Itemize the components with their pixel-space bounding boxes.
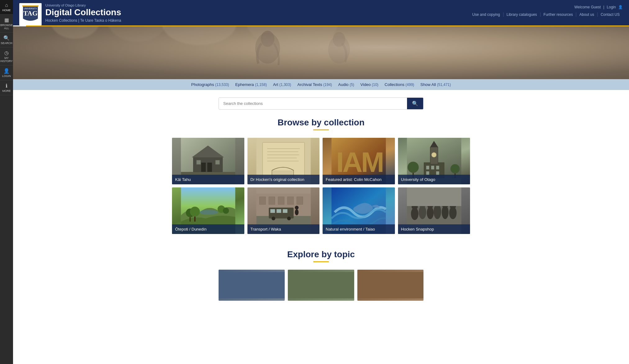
page-title: Digital Collections (45, 8, 121, 17)
explore-img-2 (288, 270, 354, 301)
svg-rect-16 (201, 163, 206, 172)
library-name: University of Otago Library (45, 3, 121, 7)
svg-rect-37 (436, 166, 439, 169)
university-logo[interactable]: OTAGO UNIVERSITY (19, 3, 42, 25)
collection-card-transport[interactable]: Transport / Waka (247, 187, 320, 234)
header-nav: Use and copying Library catalogues Furth… (469, 12, 623, 17)
svg-rect-35 (426, 166, 429, 169)
nav-further-resources[interactable]: Further resources (541, 12, 577, 17)
svg-rect-59 (287, 197, 293, 204)
svg-rect-62 (270, 209, 275, 213)
collection-card-mccahon[interactable]: IAM Featured artist: Colin McCahon (323, 138, 395, 184)
collection-card-natural[interactable]: Natural environment / Taiao (323, 187, 395, 234)
svg-rect-1 (22, 5, 38, 7)
svg-point-67 (295, 209, 298, 215)
svg-rect-60 (296, 197, 303, 204)
svg-rect-56 (259, 197, 265, 204)
separator: | (603, 5, 604, 9)
explore-card-3[interactable] (357, 270, 423, 301)
sidebar-item-browse-all[interactable]: ▦ BROWSE ALL (0, 15, 13, 33)
explore-card-2[interactable] (288, 270, 354, 301)
category-art[interactable]: Art (1,303) (273, 82, 291, 87)
collection-card-otepoti[interactable]: Ōtepoti / Dunedin (172, 187, 244, 234)
explore-card-1[interactable] (219, 270, 285, 301)
header-top-right: Welcome Guest | Login 👤 (574, 5, 623, 9)
category-bar: Photographs (13,533) Ephemera (1,158) Ar… (13, 79, 629, 90)
search-icon: 🔍 (3, 35, 10, 41)
svg-point-52 (200, 210, 218, 215)
info-icon: ℹ (6, 83, 7, 89)
svg-rect-89 (288, 272, 354, 298)
search-button[interactable]: 🔍 (407, 98, 423, 109)
sidebar-item-login[interactable]: 👤 LOGIN (0, 65, 13, 80)
sidebar: ⌂ HOME ▦ BROWSE ALL 🔍 SEARCH ◷ MY HISTOR… (0, 0, 13, 307)
browse-title: Browse by collection (13, 115, 629, 128)
sidebar-item-my-history[interactable]: ◷ MY HISTORY (0, 47, 13, 65)
nav-about-us[interactable]: About us (576, 12, 597, 17)
category-show-all[interactable]: Show All (51,471) (420, 82, 451, 87)
svg-point-47 (190, 207, 200, 217)
transport-label: Transport / Waka (247, 224, 320, 234)
svg-rect-58 (278, 197, 284, 204)
nav-contact-us[interactable]: Contact US (598, 12, 623, 17)
sidebar-item-more[interactable]: ℹ MORE (0, 80, 13, 95)
explore-img-1 (219, 270, 285, 301)
category-video[interactable]: Video (10) (360, 82, 378, 87)
login-icon: 👤 (618, 5, 623, 9)
browse-underline (313, 129, 329, 130)
svg-point-68 (295, 206, 298, 209)
collection-card-kai-tahu[interactable]: Kāi Tahu (172, 138, 244, 184)
svg-rect-90 (357, 272, 423, 298)
svg-rect-57 (269, 197, 275, 204)
search-button-icon: 🔍 (412, 101, 418, 106)
explore-title: Explore by topic (13, 246, 629, 259)
browse-section: Browse by collection (13, 115, 629, 243)
search-input[interactable] (219, 98, 407, 109)
logo-area: OTAGO UNIVERSITY University of Otago Lib… (19, 3, 121, 25)
history-icon: ◷ (4, 50, 9, 56)
nav-use-copying[interactable]: Use and copying (469, 12, 503, 17)
svg-point-40 (407, 162, 419, 173)
collection-card-hocken[interactable]: Dr Hocken's original collection (247, 138, 320, 184)
svg-rect-87 (407, 187, 461, 206)
svg-point-66 (287, 217, 291, 220)
sidebar-item-home[interactable]: ⌂ HOME (0, 0, 13, 15)
header: OTAGO UNIVERSITY University of Otago Lib… (13, 0, 629, 25)
browse-all-icon: ▦ (4, 17, 9, 23)
svg-rect-19 (215, 160, 220, 164)
hocken-label: Dr Hocken's original collection (247, 175, 320, 184)
collection-card-snapshop[interactable]: Hocken Snapshop (398, 187, 470, 234)
svg-rect-36 (431, 166, 434, 169)
search-section: 🔍 (13, 90, 629, 115)
svg-text:OTAGO: OTAGO (20, 9, 41, 17)
explore-section: Explore by topic (13, 243, 629, 307)
header-subtitle: Hocken Collections | Te Uare Taoka o Hāk… (45, 18, 121, 25)
category-collections[interactable]: Collections (499) (385, 82, 414, 87)
otago-label: University of Otago (398, 175, 470, 184)
header-title-area: University of Otago Library Digital Coll… (45, 3, 121, 25)
user-icon: 👤 (3, 68, 10, 74)
svg-point-49 (223, 208, 229, 214)
login-link[interactable]: Login 👤 (607, 5, 623, 9)
logo-svg: OTAGO UNIVERSITY (20, 4, 41, 25)
header-left: OTAGO UNIVERSITY University of Otago Lib… (19, 3, 121, 25)
header-right: Welcome Guest | Login 👤 Use and copying … (469, 3, 623, 17)
home-icon: ⌂ (5, 2, 8, 8)
snapshop-label: Hocken Snapshop (398, 224, 470, 234)
svg-rect-88 (219, 272, 285, 298)
svg-point-34 (431, 152, 436, 157)
search-bar: 🔍 (219, 97, 423, 110)
category-ephemera[interactable]: Ephemera (1,158) (235, 82, 267, 87)
svg-text:UNIVERSITY: UNIVERSITY (24, 7, 37, 10)
category-archival-texts[interactable]: Archival Texts (194) (297, 82, 332, 87)
otepoti-label: Ōtepoti / Dunedin (172, 224, 244, 234)
category-audio[interactable]: Audio (5) (338, 82, 354, 87)
svg-rect-51 (194, 217, 196, 222)
collection-card-otago[interactable]: University of Otago (398, 138, 470, 184)
hero-image (13, 26, 629, 79)
category-photographs[interactable]: Photographs (13,533) (191, 82, 229, 87)
svg-rect-18 (197, 160, 201, 164)
nav-library-catalogues[interactable]: Library catalogues (504, 12, 541, 17)
sidebar-item-search[interactable]: 🔍 SEARCH (0, 33, 13, 47)
svg-point-41 (450, 164, 459, 173)
